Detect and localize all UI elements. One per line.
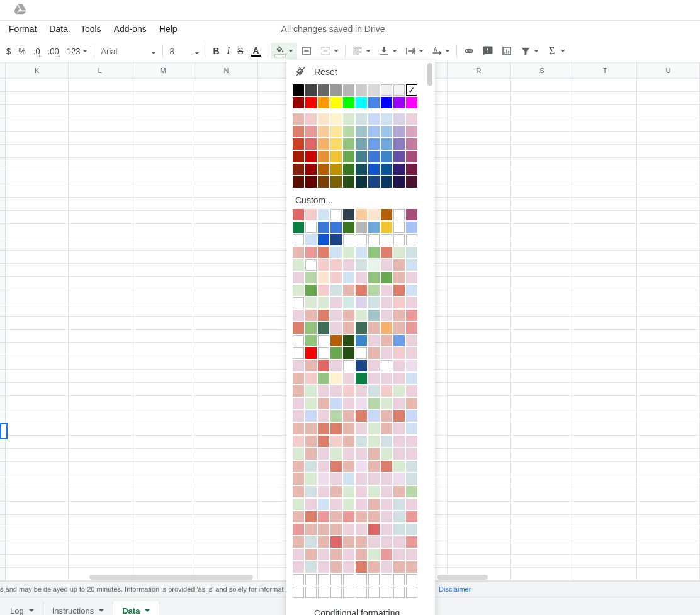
column-header-R[interactable]: R [448,63,511,78]
custom-color-swatch[interactable] [330,234,342,245]
grid-cell[interactable] [573,343,636,356]
custom-color-swatch[interactable] [368,473,380,485]
color-swatch[interactable] [293,126,304,137]
custom-color-swatch[interactable] [318,486,329,497]
grid-cell[interactable] [195,92,258,105]
color-swatch[interactable] [406,126,417,137]
custom-color-swatch[interactable] [381,259,392,271]
fill-color-button-active[interactable] [271,43,297,59]
color-swatch[interactable] [293,138,304,150]
custom-color-swatch[interactable] [356,536,367,548]
sheet-tab-instructions[interactable]: Instructions [43,601,113,615]
custom-color-swatch[interactable] [318,561,329,573]
custom-color-swatch[interactable] [381,473,392,485]
grid-cell[interactable] [511,356,573,370]
custom-color-swatch[interactable] [318,310,329,321]
color-swatch[interactable] [343,151,354,162]
color-swatch[interactable] [318,97,329,108]
grid-cell[interactable] [69,92,132,105]
color-swatch[interactable] [318,113,329,125]
custom-color-swatch[interactable] [318,297,329,308]
grid-cell[interactable] [6,132,69,145]
custom-color-swatch[interactable] [305,473,317,485]
color-swatch[interactable] [381,176,392,188]
row-header-cell[interactable] [0,462,6,475]
grid-cell[interactable] [511,184,573,198]
grid-cell[interactable] [69,383,132,396]
grid-cell[interactable] [448,303,511,317]
custom-color-swatch[interactable] [293,574,304,585]
grid-cell[interactable] [132,211,195,224]
custom-color-swatch[interactable] [368,347,380,359]
custom-color-swatch[interactable] [393,347,405,359]
custom-color-swatch[interactable] [305,499,317,510]
custom-color-swatch[interactable] [318,574,329,585]
custom-color-swatch[interactable] [343,448,354,460]
color-swatch[interactable] [330,97,342,108]
custom-color-swatch[interactable] [381,222,392,233]
custom-color-swatch[interactable] [406,587,417,598]
grid-cell[interactable] [573,237,636,251]
custom-color-swatch[interactable] [305,310,317,321]
column-header-K[interactable]: K [6,63,69,78]
grid-cell[interactable] [573,449,636,462]
grid-cell[interactable] [6,92,69,105]
grid-cell[interactable] [195,555,258,568]
custom-color-swatch[interactable] [381,461,392,472]
grid-cell[interactable] [132,396,195,409]
custom-color-swatch[interactable] [356,360,367,371]
custom-color-swatch[interactable] [330,398,342,409]
color-swatch[interactable] [305,176,317,188]
color-swatch[interactable] [293,176,304,188]
color-swatch[interactable] [305,164,317,175]
grid-cell[interactable] [195,105,258,118]
custom-color-swatch[interactable] [305,410,317,422]
row-header-cell[interactable] [0,317,6,330]
custom-color-swatch[interactable] [293,499,304,510]
grid-cell[interactable] [511,79,573,92]
column-header-L[interactable]: L [69,63,132,78]
custom-color-swatch[interactable] [330,373,342,384]
grid-cell[interactable] [448,370,511,383]
custom-color-swatch[interactable] [368,322,380,334]
grid-cell[interactable] [132,224,195,237]
grid-cell[interactable] [195,171,258,184]
grid-cell[interactable] [573,264,636,277]
grid-cell[interactable] [132,409,195,422]
grid-cell[interactable] [195,488,258,502]
bold-button[interactable]: B [209,43,223,59]
grid-cell[interactable] [637,237,700,251]
color-swatch[interactable] [343,176,354,188]
custom-color-swatch[interactable] [393,335,405,346]
grid-cell[interactable] [637,422,700,436]
custom-color-swatch[interactable] [356,209,367,220]
font-family-select[interactable]: Arial [97,43,160,59]
grid-cell[interactable] [511,502,573,515]
grid-cell[interactable] [69,317,132,330]
color-swatch[interactable] [330,151,342,162]
custom-color-swatch[interactable] [406,310,417,321]
disclaimer-link[interactable]: Disclaimer [439,585,471,593]
custom-color-swatch[interactable] [393,247,405,258]
custom-color-swatch[interactable] [330,285,342,296]
custom-color-swatch[interactable] [330,473,342,485]
column-header-row[interactable] [0,63,6,78]
custom-color-swatch[interactable] [356,473,367,485]
row-header-cell[interactable] [0,251,6,264]
custom-color-swatch[interactable] [393,373,405,384]
grid-cell[interactable] [573,277,636,290]
color-swatch[interactable]: ✓ [406,84,417,96]
v-align-button[interactable] [375,43,401,59]
grid-cell[interactable] [69,171,132,184]
color-swatch[interactable] [381,84,392,96]
custom-color-swatch[interactable] [343,234,354,245]
custom-color-swatch[interactable] [305,247,317,258]
grid-cell[interactable] [448,343,511,356]
column-header-S[interactable]: S [511,63,573,78]
custom-color-swatch[interactable] [330,486,342,497]
grid-cell[interactable] [132,343,195,356]
grid-cell[interactable] [69,118,132,132]
custom-color-swatch[interactable] [406,272,417,283]
grid-cell[interactable] [637,409,700,422]
custom-color-swatch[interactable] [293,561,304,573]
